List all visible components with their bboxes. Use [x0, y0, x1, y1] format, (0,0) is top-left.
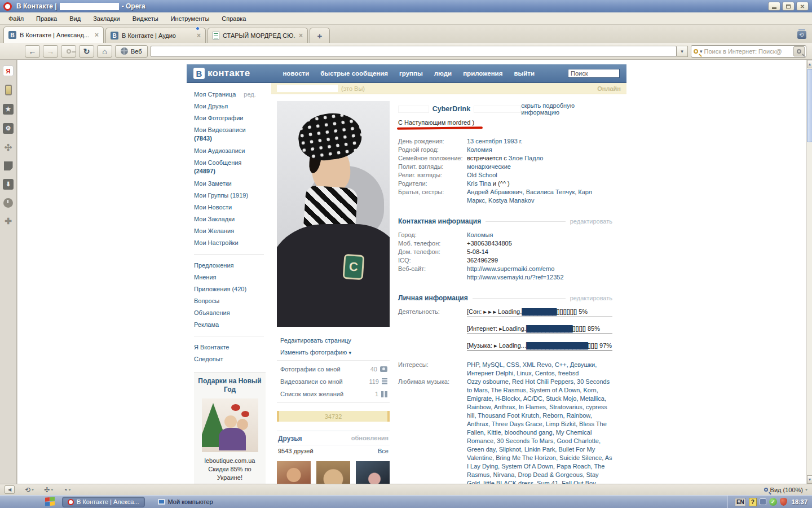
antivirus-ok-icon[interactable]: ✓ [769, 498, 777, 506]
sidebar-item-my-news[interactable]: Мои Новости [194, 202, 271, 213]
menu-help[interactable]: Справка [215, 14, 252, 24]
search-engine-icon[interactable] [694, 49, 698, 54]
search-engine-dropdown-icon[interactable]: ▾ [700, 49, 703, 54]
menu-view[interactable]: Вид [63, 14, 87, 24]
music-links[interactable]: Ozzy osbourne, Red Hot Chili Peppers, 30… [467, 378, 612, 484]
friend-avatar[interactable] [277, 461, 311, 484]
rating-bar[interactable]: 34732 [277, 411, 390, 422]
edit-contact-link[interactable]: редактировать [570, 218, 612, 225]
friend-avatar[interactable] [316, 461, 350, 484]
page-scrollbar[interactable]: ▲ ▼ [806, 60, 812, 484]
info-link[interactable]: Злое Падло [509, 155, 544, 161]
minimize-button[interactable] [768, 2, 780, 11]
address-input[interactable] [151, 46, 677, 57]
sidebar-item-advertising[interactable]: Реклама [194, 319, 271, 331]
sidebar-item-opinions[interactable]: Мнения [194, 271, 271, 283]
sidebar-item-sledopyt[interactable]: Следопыт [194, 353, 271, 365]
new-tab-button[interactable]: + [310, 28, 330, 43]
profile-photo[interactable]: C [277, 101, 390, 327]
language-indicator[interactable]: EN [735, 498, 746, 506]
web-mode-button[interactable]: Веб [115, 45, 148, 58]
friend-avatar[interactable] [356, 461, 390, 484]
info-link[interactable]: Коломыя [467, 231, 493, 238]
menu-file[interactable]: Файл [2, 14, 30, 24]
sidebar-item-my-photos[interactable]: Мои Фотографии [194, 112, 271, 124]
sidebar-item-apps[interactable]: Приложения (420) [194, 283, 271, 295]
edit-personal-link[interactable]: редактировать [570, 295, 612, 301]
hide-details-link[interactable]: скрыть подробную информацию [521, 102, 612, 116]
sidebar-item-my-notes[interactable]: Мои Заметки [194, 178, 271, 190]
sync-status-item[interactable]: ⟲▾ [25, 486, 34, 494]
taskbar-clock[interactable]: 18:37 [792, 498, 807, 505]
address-dropdown-icon[interactable]: ▾ [677, 46, 688, 57]
vk-logo[interactable]: В контакте [193, 68, 250, 79]
interests-links[interactable]: PHP, MySQL, CSS, XML Revo, C++, Девушки,… [467, 361, 597, 376]
info-link[interactable]: 13 сентября 1993 г. [467, 138, 523, 144]
sidebar-item-my-page[interactable]: Моя Страницаред. [194, 89, 271, 100]
ad-text[interactable]: leboutique.com.ua Скидки 85% по Украине!… [196, 457, 263, 484]
info-link[interactable]: Old School [467, 172, 497, 178]
ad-image[interactable] [202, 398, 258, 452]
start-button[interactable] [45, 497, 55, 507]
menu-bookmarks[interactable]: Закладки [87, 14, 126, 24]
tray-app-icon[interactable] [760, 498, 766, 505]
tab-close-icon[interactable]: × [299, 32, 303, 40]
sidebar-item-my-groups[interactable]: Мои Группы (1919) [194, 190, 271, 202]
widgets-panel-icon[interactable]: ⚙ [3, 123, 14, 134]
change-photo-link[interactable]: Изменить фотографию ▾ [280, 347, 390, 359]
menu-widgets[interactable]: Виджеты [126, 14, 165, 24]
sidebar-item-offers[interactable]: Предложения [194, 260, 271, 271]
sidebar-item-my-wishes[interactable]: Мои Желания [194, 225, 271, 237]
info-link[interactable]: Андрей Абрамович, Василиса Тепчук, Карл … [467, 189, 592, 204]
wand-password-button[interactable] [61, 45, 76, 58]
back-button[interactable]: ← [25, 45, 40, 58]
nav-people[interactable]: люди [434, 70, 452, 77]
restore-button[interactable] [782, 2, 795, 11]
wishlist-row[interactable]: Список моих желаний 1 [277, 388, 390, 400]
friends-updates-link[interactable]: обновления [351, 435, 389, 443]
close-button[interactable]: ✕ [796, 2, 809, 11]
forward-button[interactable]: → [43, 45, 58, 58]
nav-instant-messages[interactable]: быстрые сообщения [320, 70, 388, 77]
timer-status-item[interactable]: ◔▾ [63, 486, 70, 494]
sidebar-edit-link[interactable]: ред. [244, 91, 255, 98]
home-button[interactable]: ⌂ [97, 45, 112, 58]
notes-panel-icon[interactable] [4, 161, 13, 170]
tab-mordred[interactable]: СТАРЫЙ МОРДРЕД СЮ... × [208, 28, 308, 43]
tab-close-icon[interactable]: × [197, 32, 201, 40]
closed-tabs-trash-icon[interactable] [795, 28, 809, 42]
phone-panel-icon[interactable] [5, 85, 12, 95]
edit-page-link[interactable]: Редактировать страницу [280, 335, 390, 347]
nav-apps[interactable]: приложения [463, 70, 502, 77]
scroll-down-icon[interactable]: ▼ [807, 475, 812, 484]
status-text[interactable]: С Наступающим mordred ) [398, 119, 488, 126]
menu-tools[interactable]: Инструменты [165, 14, 216, 24]
info-link[interactable]: http://www.supermaiki.com/emo http://www… [467, 265, 564, 281]
info-link[interactable]: монархические [467, 163, 511, 170]
downloads-panel-icon[interactable]: ⬇ [3, 179, 14, 190]
info-link[interactable]: Коломия [467, 146, 492, 153]
sidebar-item-my-videos[interactable]: Мои Видеозаписи(7843) [194, 124, 271, 143]
scroll-up-icon[interactable]: ▲ [807, 60, 812, 68]
tab-close-icon[interactable]: × [95, 31, 99, 39]
security-shield-icon[interactable] [780, 498, 787, 506]
sidebar-item-my-bookmarks[interactable]: Мои Закладки [194, 213, 271, 225]
add-panel-icon[interactable]: ✚ [5, 216, 12, 226]
zoom-control[interactable]: Вид (100%) ▾ [764, 487, 807, 493]
bookmarks-panel-icon[interactable]: ★ [3, 104, 14, 115]
web-search-input[interactable] [704, 48, 792, 55]
history-panel-icon[interactable] [3, 198, 13, 208]
tab-vk-audio[interactable]: В В Контакте | Аудио × [105, 28, 206, 43]
reload-button[interactable]: ↻ [79, 45, 94, 58]
yandex-panel-icon[interactable]: Я [3, 65, 14, 76]
taskbar-task-my-computer[interactable]: Мой компьютер [153, 497, 218, 507]
nav-groups[interactable]: группы [399, 70, 423, 77]
nav-logout[interactable]: выйти [514, 70, 535, 77]
vk-search-input[interactable] [568, 69, 620, 78]
menu-edit[interactable]: Правка [30, 14, 63, 24]
search-go-button[interactable] [793, 46, 805, 56]
nav-news[interactable]: новости [283, 70, 309, 77]
videos-with-me-row[interactable]: Видеозаписи со мной 119 [277, 375, 390, 388]
sidebar-item-my-messages[interactable]: Мои Сообщения(24897) [194, 157, 271, 176]
sidebar-item-my-friends[interactable]: Мои Друзья [194, 100, 271, 112]
